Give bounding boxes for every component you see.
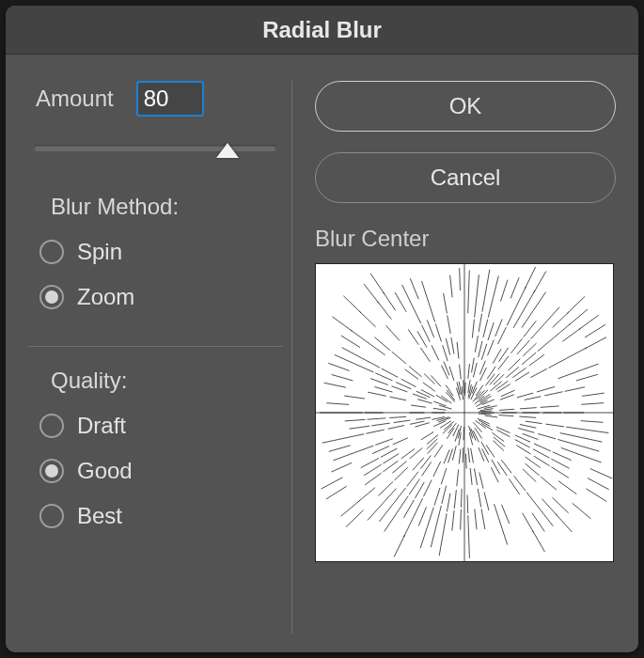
svg-line-254 [449, 367, 454, 381]
dialog-title: Radial Blur [262, 17, 382, 43]
svg-line-141 [443, 425, 452, 434]
dialog-titlebar: Radial Blur [6, 6, 638, 55]
quality-option-good[interactable]: Good [28, 448, 282, 494]
svg-line-219 [341, 336, 360, 348]
svg-line-207 [328, 363, 349, 370]
blur-method-option-spin[interactable]: Spin [28, 229, 282, 274]
svg-line-139 [383, 489, 397, 504]
svg-line-317 [510, 338, 522, 353]
svg-line-123 [394, 535, 404, 556]
svg-line-69 [533, 531, 545, 552]
svg-line-295 [479, 361, 485, 375]
svg-line-282 [482, 291, 486, 312]
svg-line-192 [326, 403, 349, 405]
svg-line-75 [502, 505, 510, 524]
svg-line-105 [458, 426, 461, 438]
svg-line-341 [562, 328, 580, 341]
slider-track [34, 145, 276, 151]
svg-line-247 [422, 325, 431, 342]
quality-heading: Quality: [28, 368, 282, 394]
svg-line-182 [371, 423, 390, 426]
svg-line-260 [446, 338, 449, 354]
svg-line-10 [581, 421, 604, 423]
svg-line-66 [481, 442, 489, 455]
svg-line-180 [416, 417, 431, 419]
svg-line-291 [481, 344, 487, 360]
amount-slider[interactable] [28, 135, 282, 162]
svg-line-49 [541, 477, 557, 490]
svg-line-81 [484, 493, 489, 510]
svg-line-303 [516, 287, 526, 306]
svg-line-12 [526, 421, 542, 423]
svg-line-74 [479, 447, 484, 462]
cancel-button[interactable]: Cancel [315, 152, 616, 203]
svg-line-231 [343, 296, 361, 313]
radio-label: Draft [77, 413, 126, 439]
svg-line-368 [499, 409, 514, 410]
svg-line-263 [448, 315, 450, 334]
svg-line-156 [421, 431, 433, 439]
svg-line-65 [532, 513, 544, 532]
svg-line-17 [560, 433, 580, 438]
blur-method-option-zoom[interactable]: Zoom [28, 274, 282, 320]
svg-line-166 [331, 462, 352, 472]
svg-line-128 [422, 462, 432, 476]
svg-line-293 [501, 280, 508, 302]
svg-line-249 [402, 285, 412, 305]
svg-line-185 [367, 418, 385, 419]
svg-line-83 [474, 468, 477, 485]
divider [28, 346, 282, 347]
svg-line-217 [342, 348, 362, 358]
svg-line-61 [475, 428, 482, 439]
slider-thumb-icon[interactable] [216, 143, 239, 158]
svg-line-241 [383, 292, 395, 311]
quality-option-best[interactable]: Best [28, 494, 282, 539]
blur-center-preview[interactable] [315, 263, 614, 562]
svg-line-29 [534, 444, 551, 451]
svg-line-215 [382, 368, 399, 377]
svg-line-177 [366, 430, 384, 433]
svg-line-243 [417, 331, 427, 347]
radio-label: Good [77, 458, 133, 484]
radio-icon [39, 285, 64, 309]
svg-line-310 [487, 367, 495, 379]
svg-line-119 [433, 462, 441, 477]
svg-line-234 [385, 325, 400, 340]
ok-button[interactable]: OK [315, 81, 616, 132]
svg-line-131 [385, 513, 397, 532]
svg-line-233 [431, 375, 441, 386]
svg-line-145 [346, 510, 364, 527]
svg-line-176 [388, 426, 404, 430]
svg-line-198 [324, 383, 346, 387]
svg-line-320 [490, 373, 500, 384]
quality-option-draft[interactable]: Draft [28, 403, 282, 448]
svg-line-178 [344, 434, 364, 439]
svg-line-68 [523, 513, 534, 533]
svg-line-78 [500, 524, 507, 545]
svg-line-273 [468, 271, 469, 293]
svg-line-326 [509, 359, 521, 370]
svg-line-275 [472, 320, 474, 338]
svg-line-90 [467, 494, 468, 513]
svg-line-289 [494, 275, 499, 297]
svg-line-80 [479, 472, 483, 488]
amount-input[interactable] [136, 81, 204, 117]
svg-line-196 [390, 397, 406, 400]
svg-line-21 [558, 439, 577, 445]
svg-line-240 [408, 329, 418, 344]
svg-line-193 [433, 408, 447, 410]
svg-line-154 [365, 473, 382, 485]
svg-line-121 [414, 498, 423, 517]
svg-line-362 [525, 397, 541, 400]
svg-line-181 [394, 420, 411, 422]
svg-line-99 [454, 490, 456, 509]
svg-line-335 [553, 323, 570, 337]
svg-line-202 [332, 374, 353, 381]
svg-line-25 [580, 455, 601, 462]
svg-line-256 [435, 323, 441, 341]
svg-line-364 [565, 387, 585, 392]
svg-line-173 [329, 446, 351, 452]
right-column: OK Cancel Blur Center [315, 81, 616, 634]
svg-line-63 [497, 462, 507, 476]
svg-line-161 [361, 458, 379, 467]
